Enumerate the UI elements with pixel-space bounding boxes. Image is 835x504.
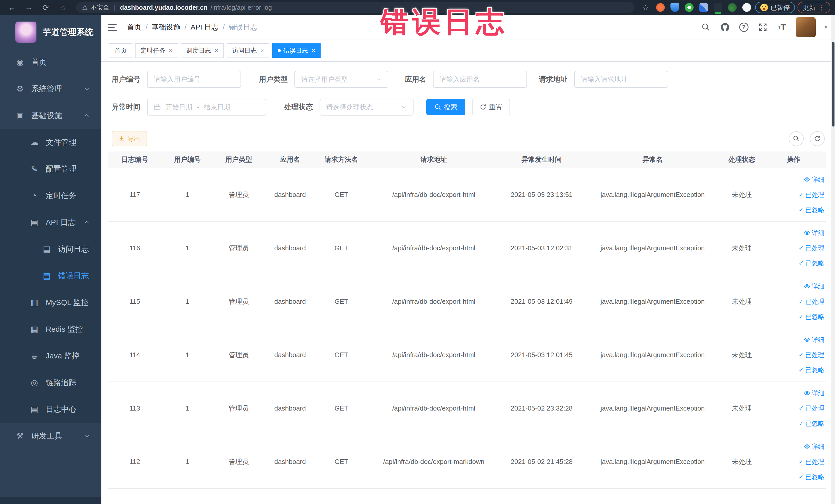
cell-user-id: 1	[162, 275, 213, 328]
extension-leaf-icon[interactable]	[728, 3, 737, 12]
request-url-input[interactable]	[581, 76, 661, 83]
sidebar-item-error-log[interactable]: ▤ 错误日志	[0, 262, 101, 289]
extension-orange-icon[interactable]	[656, 3, 665, 12]
extension-green-check-icon[interactable]	[685, 3, 694, 12]
cell-app-name: dashboard	[264, 382, 316, 435]
close-icon[interactable]: ×	[169, 47, 172, 54]
sidebar-item-api-log[interactable]: ▤ API 日志	[0, 209, 101, 236]
mark-ignored-link[interactable]: ✓ 已忽略	[798, 313, 824, 321]
sidebar-item-infrastructure[interactable]: ▣ 基础设施	[0, 102, 101, 129]
breadcrumb-infrastructure[interactable]: 基础设施	[152, 22, 180, 32]
sidebar-item-scheduled-jobs[interactable]: ◔ 定时任务	[0, 182, 101, 209]
sidebar-item-system-mgmt[interactable]: ⚙ 系统管理	[0, 76, 101, 102]
github-icon[interactable]	[720, 22, 730, 32]
mark-ignored-link[interactable]: ✓ 已忽略	[798, 473, 824, 481]
exception-time-range-picker[interactable]: 开始日期 - 结束日期	[147, 99, 266, 116]
update-button[interactable]: 更新 ⋮	[797, 2, 830, 13]
mark-processed-link[interactable]: ✓ 已处理	[798, 190, 824, 199]
request-url-field[interactable]	[574, 71, 668, 88]
extension-grid-icon[interactable]	[699, 3, 708, 12]
user-menu-caret-icon[interactable]: ▾	[824, 24, 827, 31]
user-type-select[interactable]: 请选择用户类型	[294, 71, 388, 88]
bookmark-star-icon[interactable]: ☆	[641, 2, 650, 13]
detail-link[interactable]: 详细	[804, 175, 824, 184]
refresh-table-button[interactable]	[810, 131, 825, 146]
forward-icon[interactable]: →	[22, 2, 36, 13]
paused-badge[interactable]: 已暂停	[755, 2, 795, 13]
mark-ignored-link[interactable]: ✓ 已忽略	[798, 259, 824, 267]
export-button[interactable]: 导出	[111, 131, 147, 146]
user-id-input[interactable]	[154, 76, 235, 83]
extension-pin-icon[interactable]	[742, 3, 751, 12]
close-icon[interactable]: ×	[312, 47, 315, 54]
sidebar-item-java-monitor[interactable]: ☕ Java 监控	[0, 343, 101, 369]
mark-processed-link[interactable]: ✓ 已处理	[798, 458, 824, 466]
sidebar-item-file-mgmt[interactable]: ☁ 文件管理	[0, 129, 101, 156]
font-size-icon[interactable]: тT	[777, 22, 787, 32]
mark-processed-link[interactable]: ✓ 已处理	[798, 404, 824, 412]
search-button[interactable]: 搜索	[426, 99, 465, 115]
sidebar-item-home[interactable]: ◉ 首页	[0, 49, 101, 76]
close-icon[interactable]: ×	[260, 47, 264, 54]
toggle-search-button[interactable]	[789, 131, 804, 146]
close-icon[interactable]: ×	[215, 47, 218, 54]
sidebar-item-tracing[interactable]: ◎ 链路追踪	[0, 369, 101, 396]
tab-home[interactable]: 首页	[109, 43, 132, 58]
mark-ignored-link[interactable]: ✓ 已忽略	[798, 366, 824, 374]
tab-access-log[interactable]: 访问日志 ×	[227, 43, 269, 58]
detail-link[interactable]: 详细	[804, 229, 824, 237]
back-icon[interactable]: ←	[5, 2, 19, 13]
reset-button[interactable]: 重置	[472, 99, 510, 115]
start-date-placeholder[interactable]: 开始日期	[166, 103, 192, 112]
tab-schedule-log[interactable]: 调度日志 ×	[181, 43, 224, 58]
process-status-select[interactable]: 请选择处理状态	[320, 99, 413, 116]
extension-shield-icon[interactable]	[670, 3, 679, 12]
table-row: 116 1 管理员 dashboard GET /api/infra/db-do…	[108, 221, 826, 275]
user-avatar[interactable]	[796, 17, 816, 37]
security-warning-label[interactable]: 不安全	[91, 3, 109, 12]
sidebar-item-config-mgmt[interactable]: ✎ 配置管理	[0, 156, 101, 182]
tab-scheduled-jobs[interactable]: 定时任务 ×	[135, 43, 178, 58]
breadcrumb-home[interactable]: 首页	[127, 22, 141, 32]
page-scrollbar[interactable]	[831, 15, 835, 504]
app-name-input[interactable]	[440, 76, 520, 83]
end-date-placeholder[interactable]: 结束日期	[204, 103, 230, 112]
mark-ignored-link[interactable]: ✓ 已忽略	[798, 419, 824, 428]
search-icon[interactable]	[701, 22, 711, 32]
app-logo[interactable]: 芋道管理系统	[0, 15, 101, 49]
sidebar-item-redis-monitor[interactable]: ▦ Redis 监控	[0, 316, 101, 343]
cell-exception-time: 2021-05-03 23:13:51	[501, 168, 583, 221]
user-id-field[interactable]	[147, 71, 241, 88]
sidebar-item-access-log[interactable]: ▤ 访问日志	[0, 236, 101, 262]
process-status-label: 处理状态	[284, 102, 313, 112]
help-icon[interactable]: ?	[739, 22, 749, 32]
mark-processed-link[interactable]: ✓ 已处理	[798, 297, 824, 306]
cloud-upload-icon: ☁	[29, 137, 40, 147]
sidebar-item-log-center[interactable]: ▤ 日志中心	[0, 396, 101, 423]
coffee-icon: ☕	[29, 351, 40, 361]
mark-processed-link[interactable]: ✓ 已处理	[798, 351, 824, 359]
fullscreen-icon[interactable]	[758, 22, 768, 32]
mark-ignored-link[interactable]: ✓ 已忽略	[798, 206, 824, 214]
detail-link[interactable]: 详细	[804, 442, 824, 451]
detail-link[interactable]: 详细	[804, 389, 824, 398]
detail-link[interactable]: 详细	[804, 282, 824, 291]
reload-icon[interactable]: ⟳	[39, 2, 53, 13]
sidebar-item-mysql-monitor[interactable]: ▥ MySQL 监控	[0, 289, 101, 316]
sidebar-item-dev-tools[interactable]: ⚒ 研发工具	[0, 423, 101, 449]
extension-switch-on-icon[interactable]	[714, 3, 722, 12]
breadcrumb-api-log[interactable]: API 日志	[191, 22, 219, 32]
scrollbar-thumb[interactable]	[832, 42, 834, 126]
logo-image	[15, 22, 37, 43]
sidebar-toggle-icon[interactable]	[108, 21, 120, 33]
address-bar[interactable]: ⚠ 不安全 | dashboard.yudao.iocoder.cn/infra…	[76, 2, 634, 13]
col-user-type: 用户类型	[213, 152, 264, 168]
detail-link[interactable]: 详细	[804, 336, 824, 344]
tab-error-log[interactable]: 错误日志 ×	[272, 43, 321, 58]
home-icon[interactable]: ⌂	[56, 2, 70, 13]
kebab-menu-icon[interactable]: ⋮	[818, 4, 825, 11]
eye-icon	[804, 443, 810, 449]
mark-processed-link[interactable]: ✓ 已处理	[798, 244, 824, 253]
app-name-field[interactable]	[433, 71, 527, 88]
download-icon	[118, 135, 125, 142]
